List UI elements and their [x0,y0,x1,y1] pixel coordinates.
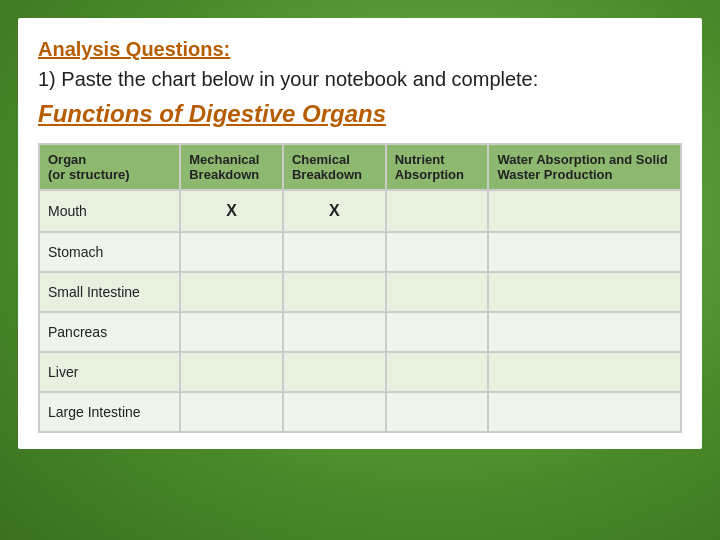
cell-organ-1: Stomach [39,232,180,272]
table-header-row: Organ(or structure) Mechanical Breakdown… [39,144,681,190]
cell-organ-5: Large Intestine [39,392,180,432]
col-header-nutrient: Nutrient Absorption [386,144,489,190]
functions-title: Functions of Digestive Organs [38,98,682,129]
digestive-table: Organ(or structure) Mechanical Breakdown… [38,143,682,433]
col-header-organ: Organ(or structure) [39,144,180,190]
cell-chemical-3 [283,312,386,352]
table-row: Small Intestine [39,272,681,312]
cell-nutrient-1 [386,232,489,272]
cell-mechanical-1 [180,232,283,272]
cell-nutrient-5 [386,392,489,432]
cell-nutrient-4 [386,352,489,392]
analysis-title: Analysis Questions: [38,36,682,62]
cell-water-2 [488,272,681,312]
cell-nutrient-2 [386,272,489,312]
cell-chemical-2 [283,272,386,312]
cell-water-1 [488,232,681,272]
cell-chemical-4 [283,352,386,392]
cell-mechanical-4 [180,352,283,392]
col-header-mechanical: Mechanical Breakdown [180,144,283,190]
cell-mechanical-2 [180,272,283,312]
table-row: Large Intestine [39,392,681,432]
cell-organ-2: Small Intestine [39,272,180,312]
cell-nutrient-0 [386,190,489,232]
cell-mechanical-5 [180,392,283,432]
cell-organ-0: Mouth [39,190,180,232]
cell-nutrient-3 [386,312,489,352]
cell-chemical-1 [283,232,386,272]
table-wrapper: Organ(or structure) Mechanical Breakdown… [38,143,682,433]
cell-water-0 [488,190,681,232]
cell-chemical-5 [283,392,386,432]
table-row: Liver [39,352,681,392]
cell-chemical-0: X [283,190,386,232]
table-row: Pancreas [39,312,681,352]
header-section: Analysis Questions: 1) Paste the chart b… [38,36,682,129]
table-row: Stomach [39,232,681,272]
cell-organ-3: Pancreas [39,312,180,352]
cell-water-4 [488,352,681,392]
table-row: MouthXX [39,190,681,232]
cell-water-5 [488,392,681,432]
main-card: Analysis Questions: 1) Paste the chart b… [18,18,702,449]
col-header-chemical: Chemical Breakdown [283,144,386,190]
cell-mechanical-0: X [180,190,283,232]
col-header-water: Water Absorption and Solid Waster Produc… [488,144,681,190]
cell-water-3 [488,312,681,352]
cell-mechanical-3 [180,312,283,352]
cell-organ-4: Liver [39,352,180,392]
analysis-subtitle: 1) Paste the chart below in your noteboo… [38,66,682,92]
